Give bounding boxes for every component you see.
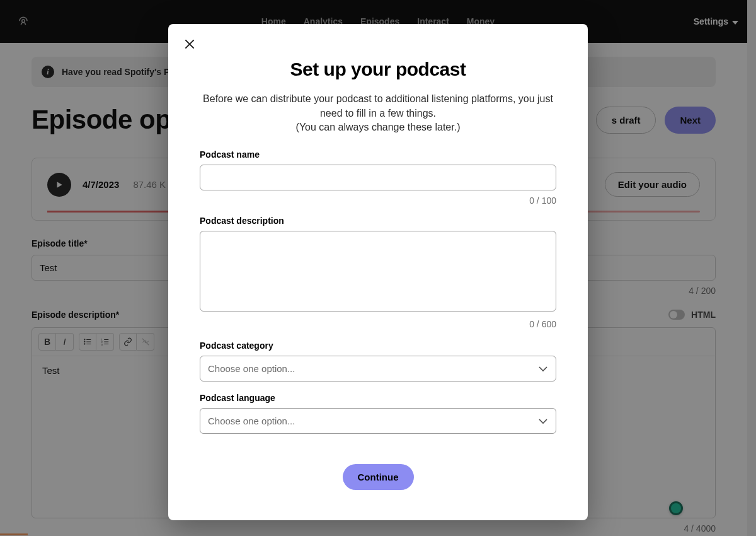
modal-subtitle-2: (You can always change these later.) (200, 122, 556, 133)
podcast-name-input[interactable] (200, 165, 556, 190)
setup-podcast-modal: Set up your podcast Before we can distri… (168, 24, 588, 520)
podcast-category-label: Podcast category (200, 341, 556, 351)
podcast-name-counter: 0 / 100 (200, 195, 556, 206)
modal-subtitle: Before we can distribute your podcast to… (200, 91, 556, 120)
podcast-name-label: Podcast name (200, 149, 556, 160)
chevron-down-icon (538, 418, 548, 424)
podcast-desc-counter: 0 / 600 (200, 319, 556, 329)
podcast-desc-label: Podcast description (200, 216, 556, 226)
podcast-desc-input[interactable] (200, 231, 556, 312)
modal-title: Set up your podcast (200, 59, 556, 80)
chevron-down-icon (538, 366, 548, 372)
podcast-language-select[interactable]: Choose one option... (200, 408, 556, 434)
podcast-language-label: Podcast language (200, 393, 556, 403)
close-button[interactable] (183, 38, 196, 53)
continue-button[interactable]: Continue (343, 464, 414, 490)
close-icon (183, 38, 196, 50)
podcast-category-value: Choose one option... (208, 363, 295, 374)
podcast-language-value: Choose one option... (208, 416, 295, 426)
podcast-category-select[interactable]: Choose one option... (200, 356, 556, 382)
